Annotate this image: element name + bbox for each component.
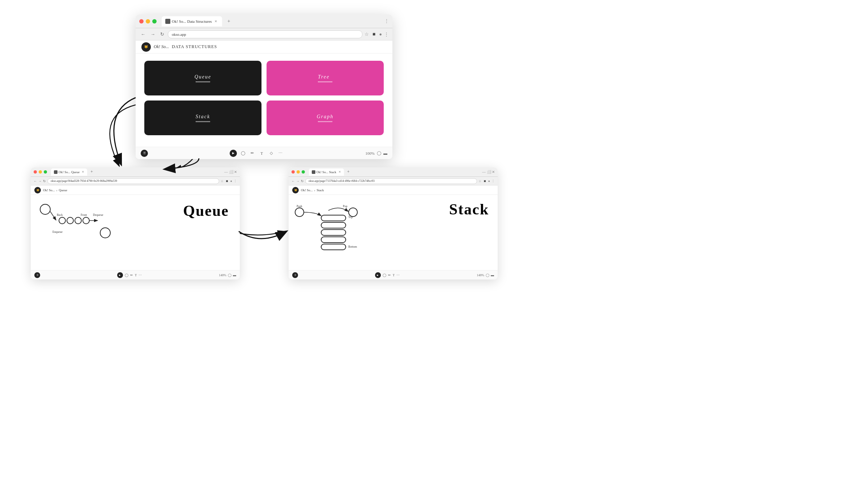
queue-text-tool[interactable]: T — [135, 273, 137, 277]
stack-nav-fwd[interactable]: → — [296, 179, 299, 183]
stack-cursor-icon: ▶ — [377, 274, 379, 276]
stack-nav-refresh[interactable]: ↻ — [301, 179, 304, 183]
text-tool[interactable]: T — [259, 150, 265, 157]
queue-window-controls: — ⬜ ✕ — [224, 170, 237, 174]
stack-tl-yellow[interactable] — [297, 170, 300, 174]
queue-toolbar-right: 148% ◯ ▬ — [219, 273, 236, 277]
queue-menu-icon[interactable]: ☰ — [34, 272, 40, 278]
queue-cursor[interactable]: ▶ — [117, 272, 123, 278]
tab-close-btn[interactable]: ✕ — [213, 19, 218, 24]
new-tab-btn[interactable]: + — [226, 18, 232, 25]
fit-btn[interactable]: ▬ — [383, 151, 387, 155]
extensions-btn[interactable]: ◾ — [371, 31, 377, 37]
menu-icon[interactable]: ☰ — [141, 150, 148, 157]
queue-more-tool[interactable]: ⋯ — [139, 273, 142, 277]
stack-menu-icon[interactable]: ☰ — [292, 272, 298, 278]
traffic-light-green[interactable] — [152, 19, 157, 24]
stack-nav-back[interactable]: ← — [292, 179, 295, 183]
queue-fit[interactable]: ▬ — [233, 273, 236, 277]
queue-cell-4 — [83, 217, 89, 224]
nav-back-btn[interactable]: ← — [139, 31, 147, 38]
app-name-label: Ok! So... — [154, 44, 169, 50]
queue-pen-tool[interactable]: ✏ — [130, 273, 133, 277]
stack-app-name: Ok! So... — [301, 188, 313, 192]
queue-card[interactable]: Queue — [144, 61, 261, 95]
stack-fit[interactable]: ▬ — [491, 273, 494, 277]
stack-more-tool[interactable]: ⋯ — [396, 273, 400, 277]
stack-push-node — [295, 208, 304, 217]
queue-url: okso.app/page/0f4ad328-7934-4790-0e29-86… — [51, 179, 117, 183]
main-titlebar: Ok! So... Data Structures ✕ + ⋮ — [136, 14, 392, 28]
queue-tab-favicon — [54, 170, 58, 174]
stack-tl-red[interactable] — [292, 170, 295, 174]
queue-nav-refresh[interactable]: ↻ — [43, 179, 46, 183]
queue-diagram-svg: Back Front Enqueue Dequeue — [34, 198, 150, 245]
stack-ext[interactable]: ◾ — [483, 179, 487, 183]
nav-refresh-btn[interactable]: ↻ — [159, 31, 166, 38]
graph-card[interactable]: Graph — [267, 101, 384, 135]
cards-grid: Queue Tree Stack Graph — [136, 54, 392, 142]
queue-history[interactable]: ◯ — [228, 273, 231, 277]
eraser-tool[interactable]: ◇ — [268, 150, 275, 157]
queue-app-name: Ok! So... — [43, 188, 55, 192]
stack-url: okso.app/page/713764a3-cd14-496e-f684-c7… — [309, 179, 375, 183]
menu-btn[interactable]: ⋮ — [384, 31, 389, 37]
queue-tl-green[interactable] — [44, 170, 47, 174]
app-logo: 🐱 — [141, 42, 151, 52]
stack-cell-2 — [321, 222, 346, 228]
enqueue-label: Enqueue — [52, 230, 63, 234]
queue-cell-3 — [75, 217, 81, 224]
pen-tool[interactable]: ✏ — [249, 150, 256, 157]
queue-tl-red[interactable] — [34, 170, 37, 174]
queue-tl-yellow[interactable] — [39, 170, 42, 174]
stack-cursor[interactable]: ▶ — [375, 272, 381, 278]
stack-profile[interactable]: ● — [488, 179, 490, 183]
stack-addressbar: ← → ↻ okso.app/page/713764a3-cd14-496e-f… — [289, 177, 498, 185]
stack-tab[interactable]: Ok! So... Stack ✕ — [309, 168, 344, 176]
cursor-tool[interactable]: ▶ — [230, 150, 237, 157]
traffic-light-red[interactable] — [139, 19, 144, 24]
main-tab[interactable]: Ok! So... Data Structures ✕ — [162, 16, 222, 26]
stack-shape-tool[interactable]: ◯ — [383, 273, 386, 277]
pop-label: Pop — [343, 205, 347, 208]
queue-new-tab[interactable]: + — [90, 169, 93, 175]
queue-menu[interactable]: ⋮ — [234, 179, 237, 183]
stack-history[interactable]: ◯ — [486, 273, 489, 277]
stack-pen-tool[interactable]: ✏ — [388, 273, 391, 277]
queue-address-box[interactable]: okso.app/page/0f4ad328-7934-4790-0e29-86… — [47, 178, 219, 184]
hamburger-icon: ☰ — [143, 151, 146, 155]
stack-tl-green[interactable] — [302, 170, 305, 174]
stack-tab-close[interactable]: ✕ — [339, 170, 341, 174]
stack-card[interactable]: Stack — [144, 101, 261, 135]
more-tool[interactable]: ⋯ — [277, 150, 284, 157]
queue-shape-tool[interactable]: ◯ — [125, 273, 128, 277]
queue-ext[interactable]: ◾ — [225, 179, 229, 183]
stack-content: Stack Push Pop Top Bottom — [289, 195, 498, 270]
history-btn[interactable]: ◯ — [377, 151, 381, 155]
queue-nav-fwd[interactable]: → — [38, 179, 42, 183]
address-bar[interactable]: okso.app — [168, 30, 362, 38]
stack-new-tab[interactable]: + — [347, 169, 350, 175]
traffic-light-yellow[interactable] — [146, 19, 150, 24]
queue-tab-close[interactable]: ✕ — [82, 170, 84, 174]
profile-btn[interactable]: ● — [379, 31, 382, 37]
main-addressbar: ← → ↻ okso.app ☆ ◾ ● ⋮ — [136, 28, 392, 40]
back-label: Back — [57, 213, 63, 217]
queue-tab[interactable]: Ok! So... Queue ✕ — [51, 168, 87, 176]
shape-tool[interactable]: ◯ — [240, 150, 246, 157]
queue-arrow-in — [50, 212, 56, 220]
stack-menu[interactable]: ⋮ — [492, 179, 495, 183]
cursor-icon: ▶ — [232, 151, 234, 155]
stack-bookmark[interactable]: ☆ — [478, 179, 481, 183]
stack-address-box[interactable]: okso.app/page/713764a3-cd14-496e-f684-c7… — [305, 178, 477, 184]
tree-card[interactable]: Tree — [267, 61, 384, 95]
queue-bookmark[interactable]: ☆ — [221, 179, 224, 183]
push-label: Push — [297, 205, 302, 208]
queue-profile[interactable]: ● — [230, 179, 232, 183]
stack-text-tool[interactable]: T — [393, 273, 395, 277]
stack-breadcrumb-sep: › — [314, 188, 315, 192]
window-controls[interactable]: ⋮ — [384, 18, 389, 24]
nav-forward-btn[interactable]: → — [149, 31, 157, 38]
queue-nav-back[interactable]: ← — [34, 179, 37, 183]
bookmark-btn[interactable]: ☆ — [365, 31, 369, 37]
